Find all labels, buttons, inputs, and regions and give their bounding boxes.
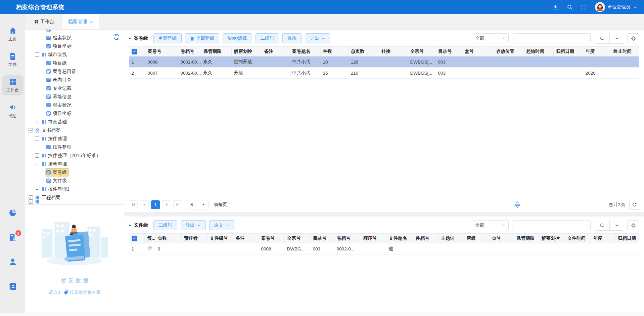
preview-cell[interactable] xyxy=(145,243,155,254)
tree-node[interactable]: 案卷总目录 xyxy=(25,67,124,76)
checkbox-checked-icon[interactable]: ✓ xyxy=(132,49,137,54)
column-header[interactable]: 挂接 xyxy=(379,47,408,56)
column-header[interactable]: 年度 xyxy=(583,47,611,56)
column-header[interactable]: 全宗号 xyxy=(285,234,311,243)
rail-item-pie[interactable] xyxy=(8,208,17,218)
checkbox-checked-icon[interactable]: ✓ xyxy=(132,236,137,241)
export-button[interactable]: 导出 xyxy=(181,220,206,230)
refresh-tree-icon[interactable] xyxy=(113,34,120,40)
qrcode-button[interactable]: 二维码 xyxy=(256,33,279,43)
fullscreen-icon[interactable] xyxy=(581,4,587,10)
horizontal-scrollbar[interactable] xyxy=(0,313,644,316)
column-header[interactable]: 目录号 xyxy=(436,47,462,56)
column-header[interactable]: 起始时间 xyxy=(524,47,554,56)
bottom-settings-button[interactable] xyxy=(627,220,639,230)
rail-item-docfile[interactable]: 文件 xyxy=(2,50,24,70)
column-header[interactable]: 页数 xyxy=(155,234,182,243)
column-header[interactable]: 卷档号 xyxy=(334,234,361,243)
close-icon[interactable]: × xyxy=(90,19,93,24)
first-page-button[interactable] xyxy=(129,200,138,209)
column-header[interactable]: 密级 xyxy=(464,234,490,243)
column-header[interactable]: 解密划控 xyxy=(539,234,565,243)
select-all-header[interactable]: ✓ xyxy=(129,47,145,56)
column-header[interactable]: 备注 xyxy=(233,234,259,243)
tree-node[interactable]: −按卷整理 xyxy=(25,160,124,168)
column-header[interactable]: 文件题名 xyxy=(386,234,413,243)
top-filter-select[interactable]: 全部 xyxy=(472,33,509,43)
rail-item-contacts[interactable] xyxy=(8,282,17,292)
tab-workbench[interactable]: 工作台 xyxy=(29,14,60,29)
column-header[interactable]: 顺序号 xyxy=(361,234,386,243)
table-row[interactable]: 100008DWBG...0030002-0...他 xyxy=(129,243,639,254)
collapse-icon[interactable]: − xyxy=(35,136,39,141)
last-page-button[interactable] xyxy=(173,200,182,209)
original-button[interactable]: 原文 xyxy=(209,220,234,230)
table-row[interactable]: 200070002-00...永久开放中共小武...35210DWBGS[...… xyxy=(129,68,639,79)
bottom-search-input[interactable] xyxy=(512,220,591,230)
modify-button[interactable]: 修改 xyxy=(282,33,302,43)
expand-icon[interactable]: + xyxy=(35,153,39,158)
reorganize-button[interactable]: 重新整编 xyxy=(153,33,182,43)
tree-node[interactable]: 专业记载 xyxy=(25,84,124,92)
column-header[interactable]: 责任者 xyxy=(182,234,208,243)
export-button[interactable]: 导出 xyxy=(305,33,330,43)
tree-node[interactable]: 项目级 xyxy=(25,59,124,67)
prev-page-button[interactable] xyxy=(140,200,149,209)
collapse-icon[interactable]: − xyxy=(35,52,39,57)
tree-node[interactable]: 文件级 xyxy=(25,176,124,185)
column-header[interactable]: 主题词 xyxy=(439,234,464,243)
top-search-input[interactable] xyxy=(512,33,591,43)
organize-all-button[interactable]: 全部整编 xyxy=(185,33,219,43)
bottom-search-button[interactable] xyxy=(595,220,609,230)
user-menu[interactable]: 单位管理员 xyxy=(595,2,638,12)
rail-item-home[interactable]: 主页 xyxy=(2,24,24,44)
column-header[interactable]: 总页数 xyxy=(349,47,379,56)
tree-node[interactable]: +市政基础 xyxy=(25,118,124,126)
tree-node[interactable]: 幕墙信息 xyxy=(25,92,124,101)
select-all-header[interactable]: ✓ xyxy=(129,234,145,243)
rail-item-docperson[interactable]: 3 xyxy=(8,233,17,243)
rail-item-grid[interactable]: 工作台 xyxy=(2,75,24,95)
tree-node[interactable]: −按件整理 xyxy=(25,134,124,143)
bottom-search-expand-button[interactable] xyxy=(609,220,624,230)
column-header[interactable]: 终止时间 xyxy=(611,47,639,56)
rail-item-speaker[interactable]: 消息 xyxy=(2,101,24,121)
search-icon[interactable] xyxy=(567,4,573,10)
table-row[interactable]: 100080002-00...永久控制开放中共小武...10126DWBGS[.… xyxy=(129,56,639,68)
column-header[interactable]: 件数 xyxy=(321,47,349,56)
tree-node[interactable] xyxy=(25,30,124,34)
tree-node[interactable]: +按件整理1 xyxy=(25,185,124,193)
tree-node[interactable]: 档案状况 xyxy=(25,101,124,109)
tree-node[interactable]: 项目坐标 xyxy=(25,109,124,118)
column-header[interactable]: 归档日期 xyxy=(615,234,639,243)
tree-node[interactable]: 项目坐标 xyxy=(25,42,124,50)
top-search-button[interactable] xyxy=(595,33,609,43)
collapse-icon[interactable]: − xyxy=(29,128,33,132)
collapse-icon[interactable]: − xyxy=(35,162,39,166)
column-header[interactable]: 件档号 xyxy=(413,234,439,243)
column-header[interactable]: 备注 xyxy=(262,47,290,56)
column-header[interactable]: 目录号 xyxy=(311,234,334,243)
empty-hint[interactable]: 请点击 按菜单类别查看 xyxy=(49,289,100,295)
tree-node[interactable]: 按件整理 xyxy=(25,143,124,151)
column-header[interactable]: 存放位置 xyxy=(494,47,524,56)
column-header[interactable]: 预... xyxy=(145,234,155,243)
column-header[interactable]: 年度 xyxy=(591,234,615,243)
expand-icon[interactable]: + xyxy=(29,199,33,204)
tree-node[interactable]: 档案状况 xyxy=(25,34,124,42)
next-page-button[interactable] xyxy=(162,200,171,209)
top-settings-button[interactable] xyxy=(627,33,639,43)
tree-node[interactable]: +按件整理（2015年标准） xyxy=(25,151,124,160)
page-size-select[interactable]: 8 xyxy=(187,200,209,209)
tree-node[interactable]: −文书档案 xyxy=(25,126,124,134)
column-header[interactable]: 案卷题名 xyxy=(290,47,321,56)
column-header[interactable]: 案卷号 xyxy=(145,47,178,56)
expand-icon[interactable]: + xyxy=(35,187,39,191)
show-hide-button[interactable]: 显示/隐藏 xyxy=(223,33,252,43)
qrcode-button[interactable]: 二维码 xyxy=(153,220,177,230)
tree-node[interactable]: −城市管线 xyxy=(25,50,124,59)
column-header[interactable]: 解密划控 xyxy=(232,47,262,56)
expand-icon[interactable]: + xyxy=(35,120,39,124)
tree-node[interactable]: 案卷级 xyxy=(25,168,124,176)
column-header[interactable]: 文件编号 xyxy=(208,234,233,243)
